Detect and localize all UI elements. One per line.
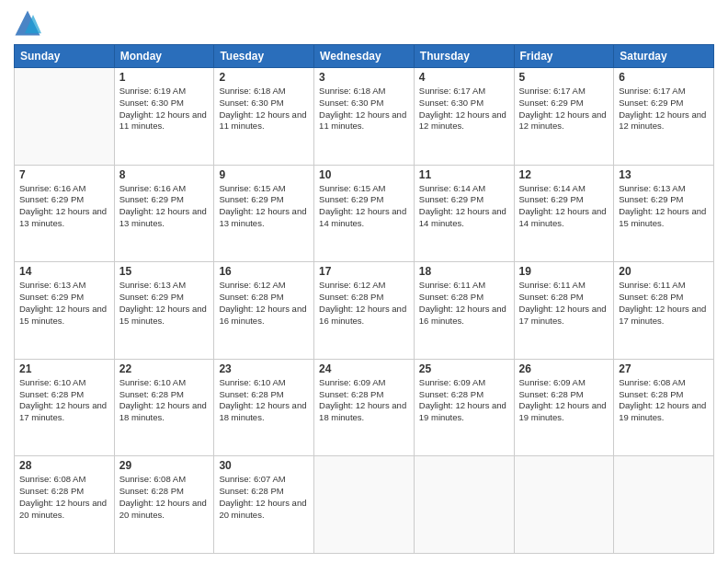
day-cell: 8Sunrise: 6:16 AM Sunset: 6:29 PM Daylig… [114,165,214,262]
header-row: SundayMondayTuesdayWednesdayThursdayFrid… [15,45,714,68]
day-cell: 27Sunrise: 6:08 AM Sunset: 6:28 PM Dayli… [614,359,714,456]
header-day-thursday: Thursday [414,45,514,68]
day-info: Sunrise: 6:16 AM Sunset: 6:29 PM Dayligh… [19,183,109,230]
day-number: 2 [219,71,309,84]
calendar-body: 1Sunrise: 6:19 AM Sunset: 6:30 PM Daylig… [15,68,714,554]
day-cell: 9Sunrise: 6:15 AM Sunset: 6:29 PM Daylig… [214,165,314,262]
day-cell: 6Sunrise: 6:17 AM Sunset: 6:29 PM Daylig… [614,68,714,166]
calendar-header: SundayMondayTuesdayWednesdayThursdayFrid… [15,45,714,68]
day-info: Sunrise: 6:16 AM Sunset: 6:29 PM Dayligh… [119,183,210,230]
day-cell: 16Sunrise: 6:12 AM Sunset: 6:28 PM Dayli… [214,262,314,360]
day-info: Sunrise: 6:17 AM Sunset: 6:30 PM Dayligh… [419,86,509,132]
header-day-tuesday: Tuesday [214,45,314,68]
header-day-saturday: Saturday [614,45,714,68]
day-info: Sunrise: 6:10 AM Sunset: 6:28 PM Dayligh… [219,377,309,424]
day-number: 21 [19,362,109,375]
day-info: Sunrise: 6:11 AM Sunset: 6:28 PM Dayligh… [419,280,509,327]
day-number: 10 [319,168,409,181]
day-cell: 10Sunrise: 6:15 AM Sunset: 6:29 PM Dayli… [314,165,415,262]
day-number: 15 [119,265,210,278]
day-info: Sunrise: 6:17 AM Sunset: 6:29 PM Dayligh… [619,86,709,132]
day-number: 25 [419,362,509,375]
day-cell: 5Sunrise: 6:17 AM Sunset: 6:29 PM Daylig… [514,68,614,166]
day-cell [514,456,614,554]
week-row-2: 7Sunrise: 6:16 AM Sunset: 6:29 PM Daylig… [15,165,714,262]
day-info: Sunrise: 6:15 AM Sunset: 6:29 PM Dayligh… [219,183,309,230]
day-cell: 24Sunrise: 6:09 AM Sunset: 6:28 PM Dayli… [314,359,415,456]
day-number: 16 [219,265,309,278]
day-number: 30 [219,459,309,472]
day-cell: 26Sunrise: 6:09 AM Sunset: 6:28 PM Dayli… [514,359,614,456]
week-row-4: 21Sunrise: 6:10 AM Sunset: 6:28 PM Dayli… [15,359,714,456]
week-row-5: 28Sunrise: 6:08 AM Sunset: 6:28 PM Dayli… [15,456,714,554]
day-cell: 12Sunrise: 6:14 AM Sunset: 6:29 PM Dayli… [514,165,614,262]
day-cell: 3Sunrise: 6:18 AM Sunset: 6:30 PM Daylig… [314,68,415,166]
day-number: 23 [219,362,309,375]
day-info: Sunrise: 6:10 AM Sunset: 6:28 PM Dayligh… [19,377,109,424]
day-number: 28 [19,459,109,472]
day-cell: 2Sunrise: 6:18 AM Sunset: 6:30 PM Daylig… [214,68,314,166]
day-info: Sunrise: 6:08 AM Sunset: 6:28 PM Dayligh… [19,474,109,521]
day-cell: 14Sunrise: 6:13 AM Sunset: 6:29 PM Dayli… [15,262,115,360]
week-row-1: 1Sunrise: 6:19 AM Sunset: 6:30 PM Daylig… [15,68,714,166]
day-cell: 15Sunrise: 6:13 AM Sunset: 6:29 PM Dayli… [114,262,214,360]
calendar-table: SundayMondayTuesdayWednesdayThursdayFrid… [14,44,714,554]
day-cell: 18Sunrise: 6:11 AM Sunset: 6:28 PM Dayli… [414,262,514,360]
day-cell: 13Sunrise: 6:13 AM Sunset: 6:29 PM Dayli… [614,165,714,262]
day-cell [314,456,415,554]
day-cell: 1Sunrise: 6:19 AM Sunset: 6:30 PM Daylig… [114,68,214,166]
day-number: 13 [619,168,709,181]
day-info: Sunrise: 6:12 AM Sunset: 6:28 PM Dayligh… [319,280,409,327]
day-info: Sunrise: 6:19 AM Sunset: 6:30 PM Dayligh… [119,86,210,132]
day-info: Sunrise: 6:09 AM Sunset: 6:28 PM Dayligh… [319,377,409,424]
day-number: 12 [519,168,609,181]
day-cell: 19Sunrise: 6:11 AM Sunset: 6:28 PM Dayli… [514,262,614,360]
day-number: 3 [319,71,409,84]
day-number: 22 [119,362,210,375]
day-number: 11 [419,168,509,181]
day-number: 1 [119,71,210,84]
page-header [14,9,714,37]
day-info: Sunrise: 6:18 AM Sunset: 6:30 PM Dayligh… [319,86,409,132]
day-info: Sunrise: 6:13 AM Sunset: 6:29 PM Dayligh… [19,280,109,327]
day-info: Sunrise: 6:08 AM Sunset: 6:28 PM Dayligh… [619,377,709,424]
day-info: Sunrise: 6:13 AM Sunset: 6:29 PM Dayligh… [119,280,210,327]
day-info: Sunrise: 6:12 AM Sunset: 6:28 PM Dayligh… [219,280,309,327]
day-cell: 7Sunrise: 6:16 AM Sunset: 6:29 PM Daylig… [15,165,115,262]
day-info: Sunrise: 6:17 AM Sunset: 6:29 PM Dayligh… [519,86,609,132]
day-number: 19 [519,265,609,278]
day-cell: 23Sunrise: 6:10 AM Sunset: 6:28 PM Dayli… [214,359,314,456]
day-cell: 22Sunrise: 6:10 AM Sunset: 6:28 PM Dayli… [114,359,214,456]
day-number: 4 [419,71,509,84]
day-cell: 29Sunrise: 6:08 AM Sunset: 6:28 PM Dayli… [114,456,214,554]
day-info: Sunrise: 6:15 AM Sunset: 6:29 PM Dayligh… [319,183,409,230]
day-cell: 11Sunrise: 6:14 AM Sunset: 6:29 PM Dayli… [414,165,514,262]
day-number: 27 [619,362,709,375]
day-number: 18 [419,265,509,278]
header-day-friday: Friday [514,45,614,68]
day-cell: 30Sunrise: 6:07 AM Sunset: 6:28 PM Dayli… [214,456,314,554]
day-info: Sunrise: 6:11 AM Sunset: 6:28 PM Dayligh… [619,280,709,327]
day-number: 5 [519,71,609,84]
day-info: Sunrise: 6:09 AM Sunset: 6:28 PM Dayligh… [419,377,509,424]
day-number: 20 [619,265,709,278]
day-number: 8 [119,168,210,181]
day-cell: 28Sunrise: 6:08 AM Sunset: 6:28 PM Dayli… [15,456,115,554]
week-row-3: 14Sunrise: 6:13 AM Sunset: 6:29 PM Dayli… [15,262,714,360]
day-info: Sunrise: 6:10 AM Sunset: 6:28 PM Dayligh… [119,377,210,424]
day-info: Sunrise: 6:08 AM Sunset: 6:28 PM Dayligh… [119,474,210,521]
day-info: Sunrise: 6:18 AM Sunset: 6:30 PM Dayligh… [219,86,309,132]
day-cell [15,68,115,166]
day-info: Sunrise: 6:14 AM Sunset: 6:29 PM Dayligh… [519,183,609,230]
day-number: 26 [519,362,609,375]
day-number: 9 [219,168,309,181]
page-container: SundayMondayTuesdayWednesdayThursdayFrid… [0,0,728,563]
logo-icon [14,9,41,37]
header-day-wednesday: Wednesday [314,45,415,68]
day-info: Sunrise: 6:07 AM Sunset: 6:28 PM Dayligh… [219,474,309,521]
day-number: 6 [619,71,709,84]
day-cell: 17Sunrise: 6:12 AM Sunset: 6:28 PM Dayli… [314,262,415,360]
day-info: Sunrise: 6:14 AM Sunset: 6:29 PM Dayligh… [419,183,509,230]
logo [14,9,45,37]
day-info: Sunrise: 6:11 AM Sunset: 6:28 PM Dayligh… [519,280,609,327]
